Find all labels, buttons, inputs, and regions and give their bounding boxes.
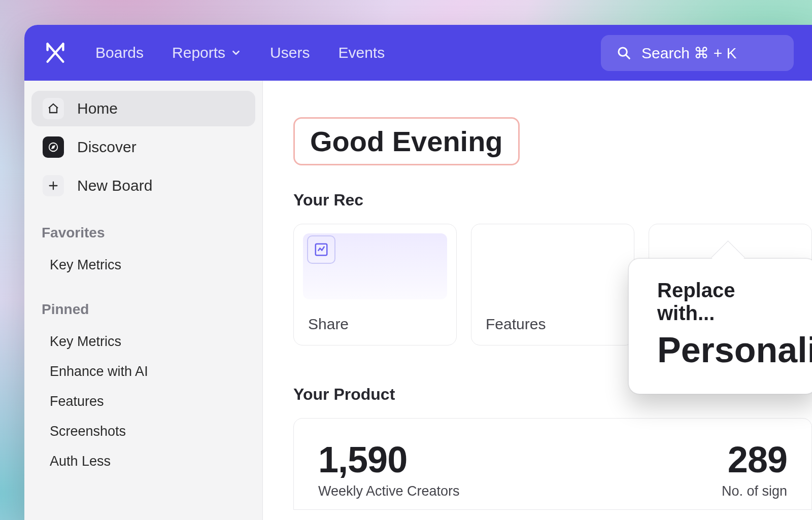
nav-reports[interactable]: Reports <box>172 44 242 61</box>
metric: 1,590 Weekly Active Creators <box>318 439 543 499</box>
metric-label: No. of sign <box>563 483 787 499</box>
search-icon <box>616 45 631 60</box>
app-logo[interactable] <box>43 40 68 65</box>
main-content: Good Evening Your Rec Share Features <box>263 81 812 520</box>
sidebar-section-title: Favorites <box>42 225 245 241</box>
topbar: Boards Reports Users Events Search ⌘ + K <box>24 25 812 81</box>
search-placeholder: Search ⌘ + K <box>641 44 737 62</box>
popover-text: Personalized demo for Joh <box>657 330 788 370</box>
home-icon <box>43 98 64 119</box>
sidebar-item-new-board[interactable]: New Board <box>31 168 255 203</box>
nav-label: Events <box>338 44 385 61</box>
sidebar-section-pinned: Pinned Key Metrics Enhance with AI Featu… <box>31 301 255 476</box>
sidebar-item-home[interactable]: Home <box>31 91 255 126</box>
nav-label: Reports <box>172 44 225 61</box>
top-nav: Boards Reports Users Events <box>95 44 385 61</box>
metric-value: 1,590 <box>318 439 543 480</box>
sidebar-item-label: Discover <box>77 138 137 156</box>
nav-users[interactable]: Users <box>270 44 310 61</box>
nav-events[interactable]: Events <box>338 44 385 61</box>
card-title: Features <box>486 316 620 333</box>
sidebar-link[interactable]: Key Metrics <box>42 250 245 280</box>
greeting-highlight[interactable]: Good Evening <box>293 117 520 165</box>
nav-label: Users <box>270 44 310 61</box>
metric: 289 No. of sign <box>563 439 787 499</box>
product-section: Your Product 1,590 Weekly Active Creator… <box>293 385 812 510</box>
popover-kicker: Replace with... <box>657 279 788 325</box>
sidebar: Home Discover New Board Favorites Key Me… <box>24 81 263 520</box>
card-title: Share <box>308 316 442 333</box>
metric-value: 289 <box>563 439 787 480</box>
sidebar-link[interactable]: Screenshots <box>42 417 245 446</box>
svg-point-0 <box>619 48 627 56</box>
metrics-row: 1,590 Weekly Active Creators 289 No. of … <box>293 418 812 510</box>
sidebar-link[interactable]: Key Metrics <box>42 327 245 357</box>
nav-label: Boards <box>95 44 144 61</box>
sidebar-item-label: Home <box>77 100 118 117</box>
recent-card[interactable]: Features <box>471 224 634 345</box>
search-input[interactable]: Search ⌘ + K <box>601 35 794 71</box>
sidebar-item-discover[interactable]: Discover <box>31 129 255 165</box>
sidebar-item-label: New Board <box>77 177 152 194</box>
recent-card[interactable]: Share <box>293 224 457 345</box>
recent-title: Your Rec <box>293 191 812 210</box>
plus-icon <box>43 175 64 196</box>
app-window: Boards Reports Users Events Search ⌘ + K… <box>24 25 812 520</box>
sidebar-link[interactable]: Auth Less <box>42 446 245 476</box>
nav-boards[interactable]: Boards <box>95 44 144 61</box>
chevron-down-icon <box>230 47 242 58</box>
replace-popover[interactable]: Replace with... Personalized demo for Jo… <box>628 258 812 394</box>
sidebar-section-favorites: Favorites Key Metrics <box>31 225 255 280</box>
compass-icon <box>43 136 64 158</box>
sidebar-link[interactable]: Features <box>42 387 245 417</box>
sidebar-link[interactable]: Enhance with AI <box>42 357 245 387</box>
chart-icon <box>307 235 335 264</box>
greeting-text: Good Evening <box>310 125 503 158</box>
metric-label: Weekly Active Creators <box>318 483 543 499</box>
sidebar-section-title: Pinned <box>42 301 245 318</box>
